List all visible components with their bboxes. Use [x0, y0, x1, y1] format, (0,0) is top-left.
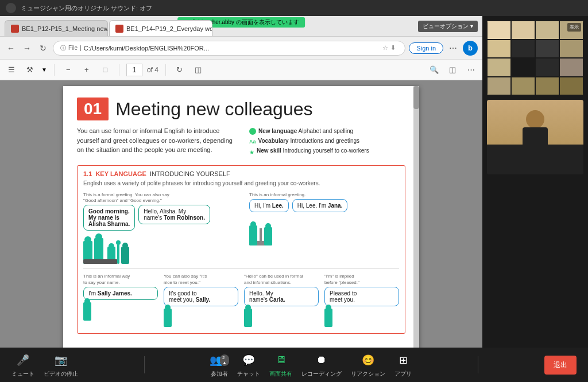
video-thumb-mosaic: 表示: [487, 21, 583, 95]
page-number-input[interactable]: [126, 64, 142, 76]
microphone-icon: 🎤: [15, 352, 31, 368]
mute-label: ミュート: [11, 370, 34, 378]
chat-button[interactable]: 💬 チャット: [237, 352, 260, 378]
os-icon: [6, 3, 16, 13]
key-lang-description: English uses a variety of polite phrases…: [83, 180, 399, 188]
address-input[interactable]: ⓘ File | C:/Users/kumi/Desktop/ENGLISH%2…: [53, 41, 405, 56]
video-button[interactable]: 📷 ビデオの停止: [44, 352, 78, 378]
os-bar-text: ミュージシャン用のオリジナル サウンド: オフ: [21, 4, 152, 13]
informal-annotation: This is an informal greeting.: [249, 192, 399, 198]
more-button[interactable]: ⋯: [464, 63, 478, 77]
tab-1-label: BE1_P12-P15_1_Meeting new co...: [22, 25, 108, 32]
forward-button[interactable]: →: [21, 42, 33, 54]
skill-3-label: New skill Introducing yourself to co-wor…: [257, 146, 369, 155]
formal-greeting-group: This is a formal greeting. You can also …: [83, 192, 233, 264]
fit-button[interactable]: □: [98, 63, 112, 77]
skill-3: ★ New skill Introducing yourself to co-w…: [249, 146, 369, 155]
recording-button[interactable]: ⏺ レコーディング: [301, 352, 342, 378]
participants-badge: 2 ▲: [220, 354, 229, 366]
expand-button[interactable]: ◫: [446, 63, 459, 77]
page-total: of 4: [147, 66, 158, 74]
scroll-bar[interactable]: [413, 86, 419, 376]
tab-bar: BE1_P12-P15_1_Meeting new co... BE1_P14-…: [0, 16, 482, 37]
chapter-description: You can use formal or informal English t…: [77, 126, 238, 155]
scroll-thumb[interactable]: [413, 86, 419, 109]
mosaic-cell: [487, 58, 511, 77]
mosaic-cell: [511, 77, 535, 96]
bing-button[interactable]: b: [463, 41, 478, 56]
toolbar-divider-1: [144, 356, 145, 373]
chapter-skills: New language Alphabet and spelling Aa Vo…: [249, 126, 369, 158]
divider-3: [165, 64, 166, 76]
skill-1: New language Alphabet and spelling: [249, 126, 369, 136]
key-lang-title: 1.1 KEY LANGUAGE INTRODUCING YOURSELF: [83, 170, 399, 177]
pdf-toolbar: ☰ ⚒ ▼ − + □ of 4 ↻ ◫ 🔍 ◫ ⋯: [0, 60, 482, 80]
chapter-number: 01: [77, 98, 109, 120]
bubble-pleased: Pleased tomeet you.: [324, 287, 399, 306]
mosaic-cell: [511, 40, 535, 59]
fit-page-button[interactable]: ◫: [191, 63, 205, 77]
highlight-button[interactable]: ⚒: [23, 63, 37, 77]
recording-icon: ⏺: [314, 352, 330, 368]
skill-1-icon: [249, 128, 256, 135]
participants-label: 参加者: [211, 370, 228, 378]
pdf-content: 01 Meeting new colleagues You can use fo…: [0, 80, 482, 382]
star-icon: ☆: [382, 44, 388, 52]
bubble-tom: Hello, Alisha. Myname's Tom Robinson.: [138, 205, 210, 224]
top-dialogues: This is a formal greeting. You can also …: [83, 192, 399, 264]
skill-3-icon: ★: [249, 147, 254, 154]
key-language-box: 1.1 KEY LANGUAGE INTRODUCING YOURSELF En…: [77, 165, 405, 334]
mute-button[interactable]: 🎤 ミュート: [11, 352, 34, 378]
bubble-alisha: Good morning.My name isAlisha Sharma.: [83, 205, 135, 231]
skill-2-icon: Aa: [249, 138, 256, 145]
search-button[interactable]: 🔍: [427, 63, 441, 77]
back-button[interactable]: ←: [5, 42, 17, 54]
mosaic-cell: [487, 77, 511, 96]
tab-2-icon: [115, 25, 123, 33]
zoom-in-button[interactable]: +: [80, 63, 94, 77]
dialogue-sally-intro: This is an informal wayto say your name.…: [83, 274, 158, 329]
pdf-tool-arrow: ▼: [41, 67, 47, 73]
zoom-out-button[interactable]: −: [61, 63, 75, 77]
address-protocol: ⓘ File |: [60, 44, 82, 52]
browser-window: BE1_P12-P15_1_Meeting new co... BE1_P14-…: [0, 16, 482, 382]
key-lang-subtitle: INTRODUCING YOURSELF: [150, 170, 230, 177]
camera-icon: 📷: [53, 352, 69, 368]
apps-button[interactable]: ⊞ アプリ: [394, 352, 412, 378]
apps-icon: ⊞: [395, 352, 411, 368]
share-button[interactable]: 🖥 画面共有: [269, 352, 292, 378]
tab-2[interactable]: BE1_P14-P19_2_Everyday work a...: [109, 20, 212, 36]
sign-in-button[interactable]: Sign in: [409, 42, 443, 54]
bubble-jana: Hi, Lee. I'm Jana.: [292, 199, 348, 212]
mosaic-cell: [487, 21, 511, 40]
menu-button[interactable]: ⋯: [447, 42, 459, 54]
reload-button[interactable]: ↻: [37, 42, 49, 54]
video-thumb-person: [487, 100, 583, 174]
share-screen-icon: 🖥: [273, 352, 289, 368]
participants-button[interactable]: 👥 2 ▲ 参加者: [211, 352, 228, 378]
rotate-button[interactable]: ↻: [173, 63, 187, 77]
download-icon: ⬇: [390, 44, 396, 52]
toc-button[interactable]: ☰: [5, 63, 18, 77]
reaction-label: リアクション: [351, 370, 385, 378]
mosaic-cell: [535, 21, 559, 40]
mosaic-cell: [535, 77, 559, 96]
leave-button[interactable]: 退出: [544, 356, 577, 375]
tab-1[interactable]: BE1_P12-P15_1_Meeting new co...: [5, 20, 108, 36]
dialogue-pleased: "I'm" is impliedbefore "pleased." Please…: [324, 274, 399, 329]
info-icon: ⓘ: [60, 44, 66, 52]
informal-greeting-group: This is an informal greeting. Hi, I'm Le…: [249, 192, 399, 264]
display-label: 表示: [567, 23, 581, 32]
skill-1-label: New language Alphabet and spelling: [258, 126, 353, 136]
bottom-toolbar: 🎤 ミュート 📷 ビデオの停止 👥 2 ▲ 参加者 💬 チャット 🖥 画面共有 …: [0, 348, 588, 382]
bubble-carla: Hello. Myname's Carla.: [244, 287, 319, 306]
tab-1-icon: [11, 25, 19, 33]
reaction-button[interactable]: 😊 リアクション: [351, 352, 385, 378]
right-panel: 表示: [482, 16, 588, 382]
mosaic-cell: [559, 40, 583, 59]
toolbar-center-group: 👥 2 ▲ 参加者 💬 チャット 🖥 画面共有 ⏺ レコーディング 😊 リアクシ…: [211, 352, 412, 378]
pdf-page: 01 Meeting new colleagues You can use fo…: [63, 86, 419, 376]
view-options-btn[interactable]: ビューオプション ▾: [418, 21, 478, 32]
chapter-header: 01 Meeting new colleagues: [77, 98, 405, 120]
bubble-nice-meet: It's good tomeet you, Sally.: [164, 287, 238, 306]
